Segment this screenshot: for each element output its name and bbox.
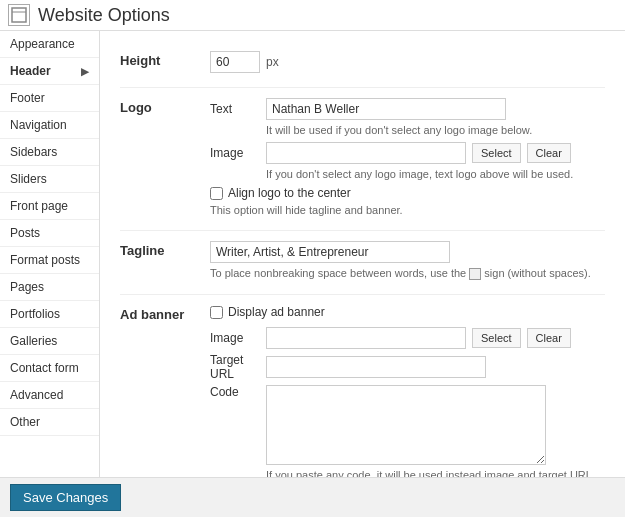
app-icon bbox=[8, 4, 30, 26]
save-changes-button[interactable]: Save Changes bbox=[10, 484, 121, 511]
arrow-icon: ▶ bbox=[81, 66, 89, 77]
logo-clear-button[interactable]: Clear bbox=[527, 143, 571, 163]
page-title: Website Options bbox=[38, 5, 170, 26]
code-label: Code bbox=[210, 385, 260, 399]
footer-bar: Save Changes bbox=[0, 477, 625, 517]
sidebar-item-navigation[interactable]: Navigation bbox=[0, 112, 99, 139]
sidebar-item-label: Sliders bbox=[10, 172, 47, 186]
logo-select-button[interactable]: Select bbox=[472, 143, 521, 163]
height-input[interactable] bbox=[210, 51, 260, 73]
adbanner-section: Ad banner Display ad banner Image Select… bbox=[120, 295, 605, 477]
sidebar-item-label: Front page bbox=[10, 199, 68, 213]
svg-rect-0 bbox=[12, 8, 26, 22]
sidebar-item-label: Portfolios bbox=[10, 307, 60, 321]
sidebar-item-footer[interactable]: Footer bbox=[0, 85, 99, 112]
sidebar-item-formatposts[interactable]: Format posts bbox=[0, 247, 99, 274]
ad-image-input[interactable] bbox=[266, 327, 466, 349]
sidebar-item-label: Footer bbox=[10, 91, 45, 105]
adbanner-content: Display ad banner Image Select Clear Tar… bbox=[210, 305, 605, 477]
height-label: Height bbox=[120, 51, 210, 68]
sidebar-item-label: Galleries bbox=[10, 334, 57, 348]
sidebar-item-contactform[interactable]: Contact form bbox=[0, 355, 99, 382]
sidebar-item-label: Posts bbox=[10, 226, 40, 240]
logo-image-label: Image bbox=[210, 146, 260, 160]
code-hint: If you paste any code, it will be used i… bbox=[210, 469, 605, 477]
logo-text-label: Text bbox=[210, 102, 260, 116]
height-content: px bbox=[210, 51, 605, 77]
sidebar-item-appearance[interactable]: Appearance bbox=[0, 31, 99, 58]
sidebar-item-galleries[interactable]: Galleries bbox=[0, 328, 99, 355]
ad-clear-button[interactable]: Clear bbox=[527, 328, 571, 348]
logo-text-hint: It will be used if you don't select any … bbox=[210, 124, 605, 136]
sidebar-item-other[interactable]: Other bbox=[0, 409, 99, 436]
sidebar-item-posts[interactable]: Posts bbox=[0, 220, 99, 247]
kbd-icon bbox=[469, 268, 481, 280]
logo-section: Logo Text It will be used if you don't s… bbox=[120, 88, 605, 231]
sidebar-item-label: Pages bbox=[10, 280, 44, 294]
height-section: Height px bbox=[120, 41, 605, 88]
tagline-content: To place nonbreaking space between words… bbox=[210, 241, 605, 284]
tagline-input[interactable] bbox=[210, 241, 450, 263]
content-area: Height px Logo Text It will be used if bbox=[100, 31, 625, 477]
target-url-label: Target URL bbox=[210, 353, 260, 381]
ad-image-label: Image bbox=[210, 331, 260, 345]
code-textarea[interactable] bbox=[266, 385, 546, 465]
tagline-label: Tagline bbox=[120, 241, 210, 258]
sidebar-item-label: Advanced bbox=[10, 388, 63, 402]
sidebar-item-label: Sidebars bbox=[10, 145, 57, 159]
align-logo-label: Align logo to the center bbox=[228, 186, 351, 200]
sidebar-item-label: Header bbox=[10, 64, 51, 78]
display-ad-checkbox[interactable] bbox=[210, 306, 223, 319]
sidebar-item-advanced[interactable]: Advanced bbox=[0, 382, 99, 409]
target-url-input[interactable] bbox=[266, 356, 486, 378]
adbanner-label: Ad banner bbox=[120, 305, 210, 322]
logo-content: Text It will be used if you don't select… bbox=[210, 98, 605, 220]
sidebar: AppearanceHeader▶FooterNavigationSidebar… bbox=[0, 31, 100, 477]
sidebar-item-label: Appearance bbox=[10, 37, 75, 51]
sidebar-item-frontpage[interactable]: Front page bbox=[0, 193, 99, 220]
sidebar-item-header[interactable]: Header▶ bbox=[0, 58, 99, 85]
sidebar-item-pages[interactable]: Pages bbox=[0, 274, 99, 301]
title-bar: Website Options bbox=[0, 0, 625, 31]
sidebar-item-label: Other bbox=[10, 415, 40, 429]
logo-image-hint: If you don't select any logo image, text… bbox=[210, 168, 605, 180]
logo-image-input[interactable] bbox=[266, 142, 466, 164]
logo-label: Logo bbox=[120, 98, 210, 115]
sidebar-item-sidebars[interactable]: Sidebars bbox=[0, 139, 99, 166]
display-ad-label: Display ad banner bbox=[228, 305, 325, 319]
px-unit: px bbox=[266, 55, 279, 69]
tagline-hint: To place nonbreaking space between words… bbox=[210, 267, 605, 280]
sidebar-item-sliders[interactable]: Sliders bbox=[0, 166, 99, 193]
ad-select-button[interactable]: Select bbox=[472, 328, 521, 348]
tagline-section: Tagline To place nonbreaking space betwe… bbox=[120, 231, 605, 295]
logo-text-input[interactable] bbox=[266, 98, 506, 120]
sidebar-item-label: Navigation bbox=[10, 118, 67, 132]
align-logo-hint: This option will hide tagline and banner… bbox=[210, 204, 605, 216]
sidebar-item-label: Format posts bbox=[10, 253, 80, 267]
sidebar-item-label: Contact form bbox=[10, 361, 79, 375]
align-logo-checkbox[interactable] bbox=[210, 187, 223, 200]
sidebar-item-portfolios[interactable]: Portfolios bbox=[0, 301, 99, 328]
